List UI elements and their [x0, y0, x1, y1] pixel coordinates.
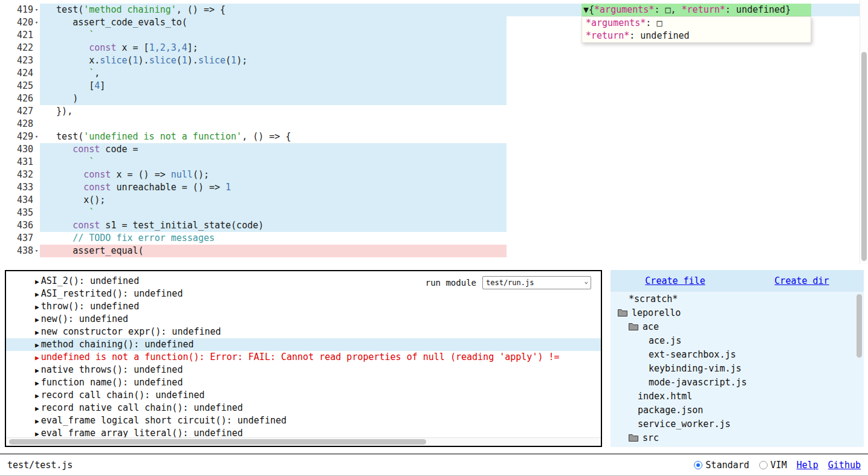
results-hscrollbar-track[interactable] [6, 437, 601, 446]
editor-scrollbar-track[interactable] [860, 0, 868, 264]
file-name: package.json [638, 405, 703, 416]
code-text: test('undefined is not a function', () =… [40, 130, 868, 143]
value-inspector-tooltip: ▼{*arguments*: □, *return*: undefined} *… [581, 4, 811, 43]
editor-scrollbar-thumb[interactable] [861, 52, 867, 261]
file-name: ace [643, 321, 659, 332]
code-token: const [73, 144, 100, 155]
test-result-row[interactable]: ▶ASI_restrited(): undefined [6, 288, 601, 300]
code-text: const s1 = test_initial_state(code) [40, 219, 868, 232]
code-token: , () => { [177, 4, 225, 15]
code-line[interactable]: 427 }), [0, 105, 868, 118]
results-hscrollbar-thumb[interactable] [9, 439, 426, 445]
code-text: // TODO fix error messages [40, 232, 868, 245]
code-token [40, 182, 83, 193]
code-line[interactable]: 423 x.slice(1).slice(1).slice(1); [0, 54, 868, 67]
fold-toggle-icon [33, 42, 40, 54]
code-line[interactable]: 422 const x = [1,2,3,4]; [0, 42, 868, 54]
code-line[interactable]: 434 x(); [0, 194, 868, 207]
tree-item[interactable]: ace [611, 320, 864, 333]
code-token: const [73, 220, 100, 231]
code-line[interactable]: 438▾ assert_equal( [0, 245, 868, 257]
tree-item[interactable]: leporello [611, 306, 864, 320]
code-line[interactable]: 424 `, [0, 67, 868, 80]
tree-item[interactable]: ext-searchbox.js [611, 347, 864, 361]
create-file-button[interactable]: Create file [645, 275, 705, 286]
expand-icon[interactable]: ▶ [35, 354, 39, 362]
code-line[interactable]: 426 ) [0, 92, 868, 105]
files-scrollbar-thumb[interactable] [857, 294, 862, 358]
code-token [40, 207, 89, 218]
tree-item[interactable]: *scratch* [611, 292, 864, 306]
code-token: }), [40, 106, 73, 117]
test-result-row[interactable]: ▶throw(): undefined [6, 300, 601, 313]
test-result-row[interactable]: ▶record native call chain(): undefined [6, 402, 601, 414]
expand-icon[interactable]: ▶ [35, 303, 39, 311]
expand-icon[interactable]: ▶ [35, 278, 39, 286]
code-line[interactable]: 437 // TODO fix error messages [0, 232, 868, 245]
line-number: 422 [0, 42, 33, 54]
github-link[interactable]: Github [828, 460, 861, 471]
code-line[interactable]: 430 const code = [0, 143, 868, 156]
keybinding-standard-option[interactable]: Standard [694, 460, 749, 471]
expand-icon[interactable]: ▶ [35, 392, 39, 400]
expand-icon[interactable]: ▶ [35, 417, 39, 425]
fold-toggle-icon [33, 219, 40, 232]
create-dir-button[interactable]: Create dir [774, 275, 829, 286]
code-token: const [83, 169, 111, 180]
file-name: keybinding-vim.js [649, 363, 742, 374]
code-token [40, 144, 73, 155]
test-result-row[interactable]: ▶record call chain(): undefined [6, 389, 601, 402]
test-result-row[interactable]: ▶undefined is not a function(): Error: F… [6, 351, 601, 364]
code-line[interactable]: 425 [4] [0, 80, 868, 92]
tree-item[interactable]: ace.js [611, 333, 864, 347]
fold-toggle-icon[interactable]: ▾ [33, 245, 40, 257]
code-text: const unreachable = () => 1 [40, 181, 868, 194]
code-token [40, 42, 89, 53]
test-result-row[interactable]: ▶new(): undefined [6, 313, 601, 326]
code-line[interactable]: 428 [0, 118, 868, 130]
test-result-row[interactable]: ▶eval_frame logical short circuit(): und… [6, 414, 601, 427]
run-module-select[interactable]: test/run.js ⌄ [482, 276, 591, 289]
code-line[interactable]: 435 ` [0, 207, 868, 219]
tree-item[interactable]: keybinding-vim.js [611, 361, 864, 375]
tree-item[interactable]: src [611, 431, 864, 445]
fold-toggle-icon[interactable]: ▾ [33, 16, 40, 29]
code-line[interactable]: 431 ` [0, 156, 868, 169]
test-result-row[interactable]: ▶function name(): undefined [6, 376, 601, 389]
code-line[interactable]: 436 const s1 = test_initial_state(code) [0, 219, 868, 232]
expand-icon[interactable]: ▶ [35, 291, 39, 298]
tree-item[interactable]: mode-javascript.js [611, 375, 864, 389]
code-editor[interactable]: 419▾ test('method chaining', () => {420▾… [0, 0, 868, 264]
tree-item[interactable]: ast_utils.js [611, 445, 864, 447]
status-bar-right: Standard VIM Help Github [694, 460, 861, 471]
code-line[interactable]: 432 const x = () => null(); [0, 169, 868, 181]
code-line[interactable]: 433 const unreachable = () => 1 [0, 181, 868, 194]
tree-item[interactable]: service_worker.js [611, 417, 864, 431]
test-result-row[interactable]: ▶new constructor expr(): undefined [6, 326, 601, 338]
tree-item[interactable]: index.html [611, 389, 864, 403]
test-result-row[interactable]: ▶method chaining(): undefined [6, 338, 601, 351]
expand-icon[interactable]: ▶ [35, 341, 39, 349]
test-result-row[interactable]: ▶native throws(): undefined [6, 364, 601, 376]
tooltip-header[interactable]: ▼{*arguments*: □, *return*: undefined} [581, 4, 811, 16]
code-line[interactable]: 429▾ test('undefined is not a function',… [0, 130, 868, 143]
tooltip-body: *arguments*: □*return*: undefined [581, 16, 811, 43]
help-link[interactable]: Help [797, 460, 818, 471]
code-token: ). [187, 55, 198, 66]
code-token [40, 68, 89, 79]
expand-icon[interactable]: ▶ [35, 367, 39, 375]
keybinding-vim-option[interactable]: VIM [759, 460, 787, 471]
fold-toggle-icon[interactable]: ▾ [33, 130, 40, 143]
code-text: ` [40, 156, 868, 169]
fold-toggle-icon[interactable]: ▾ [33, 4, 40, 16]
code-token [40, 156, 89, 167]
fold-toggle-icon [33, 207, 40, 219]
tree-item[interactable]: package.json [611, 403, 864, 417]
expand-icon[interactable]: ▶ [35, 316, 39, 324]
line-number: 419 [0, 4, 33, 16]
code-token: ( [128, 55, 133, 66]
code-text: x(); [40, 194, 868, 207]
expand-icon[interactable]: ▶ [35, 379, 39, 387]
expand-icon[interactable]: ▶ [35, 405, 39, 413]
expand-icon[interactable]: ▶ [35, 329, 39, 336]
